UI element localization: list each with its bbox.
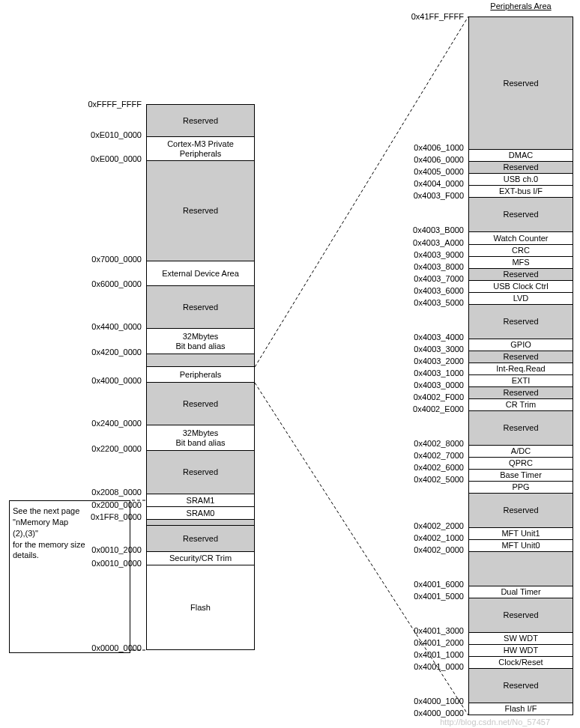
main-memory-region xyxy=(146,354,255,367)
main-memory-region: Reserved xyxy=(146,161,255,261)
peripheral-address-label: 0x4003_4000 xyxy=(402,333,464,342)
main-memory-region: Reserved xyxy=(146,383,255,425)
main-memory-region: External Device Area xyxy=(146,261,255,286)
peripheral-address-label: 0x4003_9000 xyxy=(402,250,464,259)
peripheral-address-label: 0x4002_0000 xyxy=(402,545,464,554)
peripheral-region: A/DC xyxy=(468,446,573,458)
peripheral-region: Reserved xyxy=(468,198,573,232)
peripheral-address-label: 0x4002_6000 xyxy=(402,463,464,472)
main-memory-region: Reserved xyxy=(146,526,255,552)
memory-map-diagram: Peripherals Area 0xFFFF_FFFF0xE010_00000… xyxy=(0,0,580,728)
peripheral-region: Reserved xyxy=(468,494,573,528)
main-address-label: 0x7000_0000 xyxy=(80,255,142,264)
main-memory-region: Cortex-M3 Private Peripherals xyxy=(146,137,255,161)
main-address-label: 0x4200_0000 xyxy=(80,348,142,357)
peripheral-region: HW WDT xyxy=(468,645,573,657)
peripheral-region: Reserved xyxy=(468,387,573,399)
peripheral-address-label: 0x4002_5000 xyxy=(402,475,464,484)
note-line: See the next page xyxy=(13,506,127,517)
main-address-label: 0x2400_0000 xyxy=(80,419,142,428)
watermark: http://blog.csdn.net/No_57457 xyxy=(440,718,550,727)
peripheral-address-label: 0x4004_0000 xyxy=(402,179,464,188)
main-address-label: 0x2008_0000 xyxy=(80,488,142,497)
main-memory-region: Reserved xyxy=(146,451,255,494)
peripheral-region: Reserved xyxy=(468,16,573,150)
peripheral-address-label: 0x4005_0000 xyxy=(402,167,464,176)
peripheral-region: Reserved xyxy=(468,598,573,633)
peripheral-address-label: 0x4003_B000 xyxy=(402,225,464,234)
peripheral-region: Clock/Reset xyxy=(468,657,573,669)
peripheral-address-label: 0x4001_6000 xyxy=(402,580,464,589)
main-memory-region: SRAM1 xyxy=(146,494,255,507)
peripheral-address-label: 0x4003_5000 xyxy=(402,298,464,307)
peripheral-address-label: 0x4003_0000 xyxy=(402,380,464,389)
peripheral-address-label: 0x4003_1000 xyxy=(402,368,464,377)
peripherals-area-title: Peripherals Area xyxy=(468,1,573,10)
peripheral-region: MFT Unit0 xyxy=(468,540,573,552)
peripheral-region: CRC xyxy=(468,245,573,257)
peripheral-region: MFS xyxy=(468,257,573,269)
note-line: (2),(3)" xyxy=(13,528,127,539)
peripheral-region: USB Clock Ctrl xyxy=(468,281,573,293)
peripheral-address-label: 0x4003_7000 xyxy=(402,274,464,283)
main-memory-region xyxy=(146,520,255,526)
peripheral-region: GPIO xyxy=(468,339,573,351)
peripheral-address-label: 0x4003_8000 xyxy=(402,262,464,271)
peripheral-region: CR Trim xyxy=(468,399,573,411)
peripheral-region: LVD xyxy=(468,293,573,305)
peripheral-address-label: 0x4003_2000 xyxy=(402,357,464,365)
peripheral-address-label: 0x4002_2000 xyxy=(402,521,464,530)
main-memory-region: Peripherals xyxy=(146,367,255,383)
note-line: "nMemory Map xyxy=(13,517,127,528)
peripheral-region: Reserved xyxy=(468,305,573,339)
peripheral-address-label: 0x4003_3000 xyxy=(402,345,464,354)
peripheral-region: SW WDT xyxy=(468,633,573,645)
note-line: details. xyxy=(13,550,127,561)
peripheral-address-label: 0x4001_2000 xyxy=(402,638,464,647)
peripheral-address-label: 0x4002_E000 xyxy=(402,404,464,413)
peripheral-region: EXT-bus I/F xyxy=(468,186,573,198)
peripheral-region: EXTI xyxy=(468,375,573,387)
peripheral-region: Flash I/F xyxy=(468,703,573,715)
peripheral-address-label: 0x4001_3000 xyxy=(402,626,464,635)
peripheral-address-label: 0x4001_1000 xyxy=(402,650,464,659)
main-address-label: 0xFFFF_FFFF xyxy=(80,100,142,109)
main-memory-region: Reserved xyxy=(146,104,255,137)
main-address-label: 0xE000_0000 xyxy=(80,154,142,163)
peripheral-region: Reserved xyxy=(468,162,573,174)
main-address-label: 0x6000_0000 xyxy=(80,279,142,288)
peripheral-address-label: 0x4001_0000 xyxy=(402,662,464,671)
peripheral-address-label: 0x4000_0000 xyxy=(402,709,464,718)
peripheral-region: USB ch.0 xyxy=(468,174,573,186)
peripheral-address-label: 0x4002_8000 xyxy=(402,439,464,448)
peripheral-region: Reserved xyxy=(468,669,573,703)
peripheral-address-label: 0x4002_7000 xyxy=(402,451,464,460)
main-memory-region: 32Mbytes Bit band alias xyxy=(146,425,255,451)
peripheral-address-label: 0x4000_1000 xyxy=(402,697,464,706)
peripheral-region: DMAC xyxy=(468,150,573,162)
main-address-label: 0x2200_0000 xyxy=(80,444,142,453)
peripheral-region: QPRC xyxy=(468,458,573,470)
peripheral-address-label: 0x4002_F000 xyxy=(402,392,464,401)
main-memory-region: Flash xyxy=(146,565,255,650)
main-memory-region: SRAM0 xyxy=(146,507,255,520)
peripheral-region: Watch Counter xyxy=(468,232,573,245)
peripheral-region: Int-Req.Read xyxy=(468,363,573,375)
peripheral-region xyxy=(468,552,573,586)
peripheral-region: Base Timer xyxy=(468,470,573,482)
peripheral-region: Reserved xyxy=(468,269,573,281)
peripheral-region: Dual Timer xyxy=(468,586,573,598)
main-address-label: 0x4000_0000 xyxy=(80,376,142,385)
peripheral-region: Reserved xyxy=(468,351,573,363)
peripheral-address-label: 0x4003_6000 xyxy=(402,286,464,295)
peripheral-region: MFT Unit1 xyxy=(468,528,573,540)
main-memory-region: 32Mbytes Bit band alias xyxy=(146,329,255,354)
peripheral-region: Reserved xyxy=(468,411,573,446)
peripheral-address-label: 0x4003_A000 xyxy=(402,238,464,247)
peripheral-address-label: 0x4001_5000 xyxy=(402,592,464,601)
note-line: for the memory size xyxy=(13,539,127,550)
peripheral-address-label: 0x41FF_FFFF xyxy=(402,12,464,21)
main-address-label: 0x4400_0000 xyxy=(80,322,142,331)
peripheral-region: PPG xyxy=(468,482,573,494)
main-memory-region: Security/CR Trim xyxy=(146,552,255,565)
